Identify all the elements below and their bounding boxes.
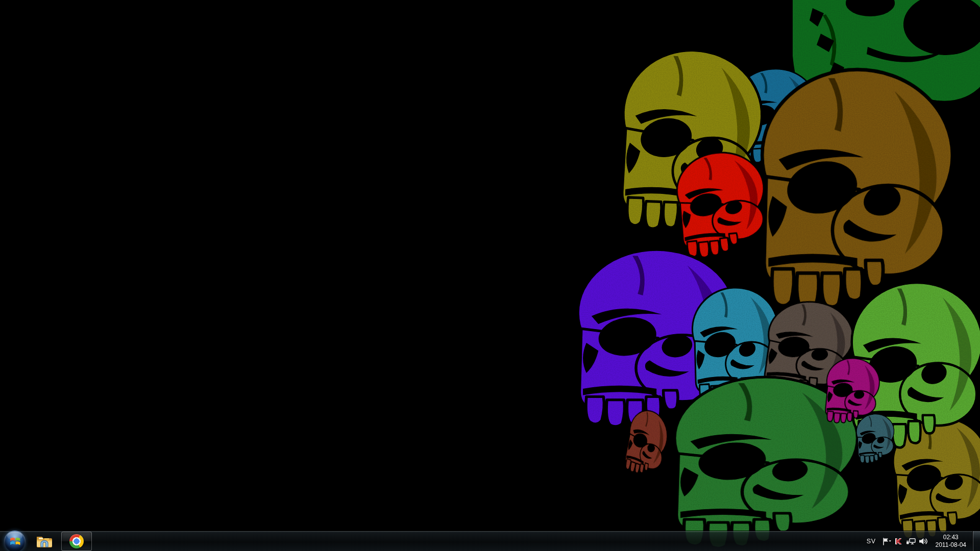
- volume-icon[interactable]: [918, 531, 929, 551]
- wallpaper-skulls: [0, 0, 980, 551]
- clock-time: 02:43: [936, 534, 967, 541]
- language-indicator[interactable]: SV: [862, 538, 880, 545]
- network-icon[interactable]: [905, 531, 917, 551]
- start-button[interactable]: [4, 531, 26, 551]
- tray-clock[interactable]: 02:43 2011-08-04: [929, 534, 972, 549]
- windows-explorer-icon: [36, 534, 53, 549]
- taskbar-app-explorer[interactable]: [31, 531, 58, 551]
- kaspersky-icon[interactable]: [893, 531, 904, 551]
- taskbar: SV: [0, 531, 980, 551]
- taskbar-app-chrome[interactable]: [61, 532, 92, 551]
- clock-date: 2011-08-04: [936, 541, 967, 549]
- desktop[interactable]: SV: [0, 0, 980, 551]
- windows-logo-icon: [9, 535, 21, 547]
- show-desktop-button[interactable]: [972, 531, 980, 551]
- system-tray: SV: [862, 531, 980, 551]
- chrome-icon: [69, 534, 84, 548]
- action-center-flag-icon[interactable]: [881, 531, 892, 551]
